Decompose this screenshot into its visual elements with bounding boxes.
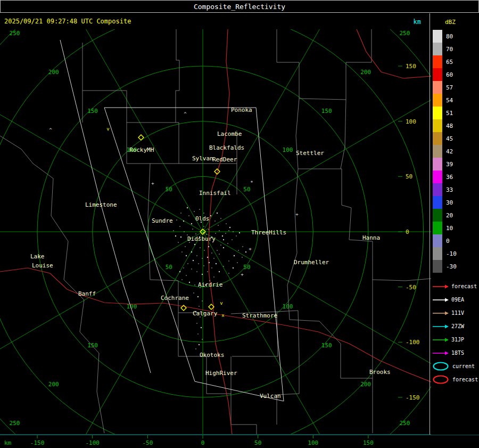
echo-dot (180, 237, 181, 238)
echo-dot (233, 267, 234, 268)
colorbar-swatch (433, 209, 442, 222)
colorbar-row: 65 (433, 55, 479, 68)
legend-label: forecast (452, 377, 478, 382)
echo-dot (195, 233, 196, 234)
colorbar-swatch (433, 94, 442, 107)
echo-dot (227, 243, 228, 244)
vertical-axis-unit-label: km (414, 18, 421, 26)
echo-dot (179, 226, 180, 227)
echo-dot (208, 246, 209, 247)
colorbar-swatch (433, 260, 442, 273)
echo-dot (234, 255, 235, 256)
colorbar-value: 30 (446, 199, 453, 206)
colorbar-swatch (433, 55, 442, 68)
echo-dot (191, 223, 192, 224)
colorbar-value: 20 (446, 212, 453, 219)
echo-dot (185, 246, 186, 247)
echo-dot (199, 344, 200, 345)
city-label: Strathmore (242, 312, 277, 319)
colorbar-swatch (433, 170, 442, 183)
colorbar-value: 45 (446, 135, 453, 142)
colorbar-value: 54 (446, 97, 453, 104)
echo-dot (181, 251, 183, 252)
arrow-icon (432, 297, 449, 303)
echo-dot (193, 260, 194, 261)
svg-text:100: 100 (406, 118, 416, 125)
echo-dot (228, 260, 229, 262)
colorbar-row: -30 (433, 260, 479, 273)
echo-dot (173, 230, 174, 231)
ellipse-icon (432, 374, 450, 385)
echo-dot (228, 273, 229, 274)
timestamp-label: 2025/09/21 09:27:48 UTC Composite (4, 18, 131, 25)
echo-dot (183, 267, 184, 268)
echo-dot (202, 300, 203, 302)
svg-text:200: 200 (48, 381, 59, 388)
echo-dot (217, 213, 218, 214)
echo-dot (179, 271, 180, 272)
legend-row: 27ZW (432, 320, 479, 333)
svg-text:0: 0 (406, 229, 409, 235)
echo-dot (219, 254, 220, 255)
echo-dot (186, 255, 187, 256)
colorbar-value: 33 (446, 186, 453, 193)
city-label: ThreeHills (251, 229, 286, 236)
radar-map: 5010015020025050100150200250501001502002… (0, 29, 431, 434)
colorbar-row: 80 (433, 30, 479, 43)
echo-dot (189, 282, 190, 283)
colorbar-row: 51 (433, 107, 479, 119)
arrow-icon (432, 323, 449, 330)
city-label: HighRiver (205, 370, 237, 377)
legend-label: 09EA (451, 297, 464, 303)
radar-app-window: Composite_Reflectivity 2025/09/21 09:27:… (0, 0, 479, 448)
echo-dot (213, 276, 214, 278)
svg-text:50: 50 (243, 264, 250, 271)
city-label: Vulcan (260, 393, 281, 400)
city-label: Hanna (362, 234, 380, 241)
echo-dot (203, 213, 204, 214)
svg-text:+: + (241, 272, 244, 277)
colorbar-row: -10 (433, 247, 479, 260)
colorbar-row: 39 (433, 158, 479, 170)
colorbar-swatch (433, 30, 442, 43)
echo-dot (196, 271, 197, 272)
arrow-icon (432, 283, 449, 290)
colorbar-value: 57 (446, 84, 453, 91)
svg-text:+: + (249, 246, 252, 251)
svg-text:50: 50 (166, 186, 172, 193)
svg-text:-50: -50 (406, 284, 416, 291)
svg-text:150: 150 (406, 63, 416, 70)
echo-dot (203, 265, 204, 266)
echo-dot (193, 292, 194, 294)
legend-row: current (432, 360, 479, 373)
echo-dot (192, 229, 193, 230)
colorbar-value: 51 (446, 110, 453, 117)
city-label: Sundre (152, 217, 173, 224)
echo-dot (220, 218, 221, 219)
colorbar-row: 42 (433, 145, 479, 158)
bottom-axis-label: -100 (85, 439, 100, 446)
colorbar-value: 36 (446, 174, 453, 181)
echo-dot (197, 296, 199, 297)
bottom-axis-canvas: -150-100-50050100150km (0, 434, 479, 448)
city-label: Cochrane (161, 295, 189, 302)
city-label: RedDeer (212, 156, 237, 163)
echo-dot (176, 219, 177, 221)
colorbar-value: 60 (446, 71, 453, 78)
svg-text:200: 200 (48, 69, 59, 76)
svg-text:150: 150 (87, 108, 98, 115)
echo-dot (223, 247, 224, 248)
echo-dot (233, 231, 234, 232)
svg-text:250: 250 (399, 30, 410, 37)
echo-dot (215, 233, 216, 234)
echo-dot (219, 230, 220, 231)
city-label: Ponoka (231, 107, 252, 113)
legend-label: current (452, 363, 475, 369)
svg-text:50: 50 (243, 186, 250, 193)
window-title: Composite_Reflectivity (194, 3, 285, 11)
svg-text:150: 150 (87, 342, 98, 349)
echo-dot (188, 215, 189, 216)
city-label: Drumheller (294, 259, 329, 266)
city-label: Okotoks (200, 352, 224, 359)
colorbar-row: 0 (433, 234, 479, 247)
